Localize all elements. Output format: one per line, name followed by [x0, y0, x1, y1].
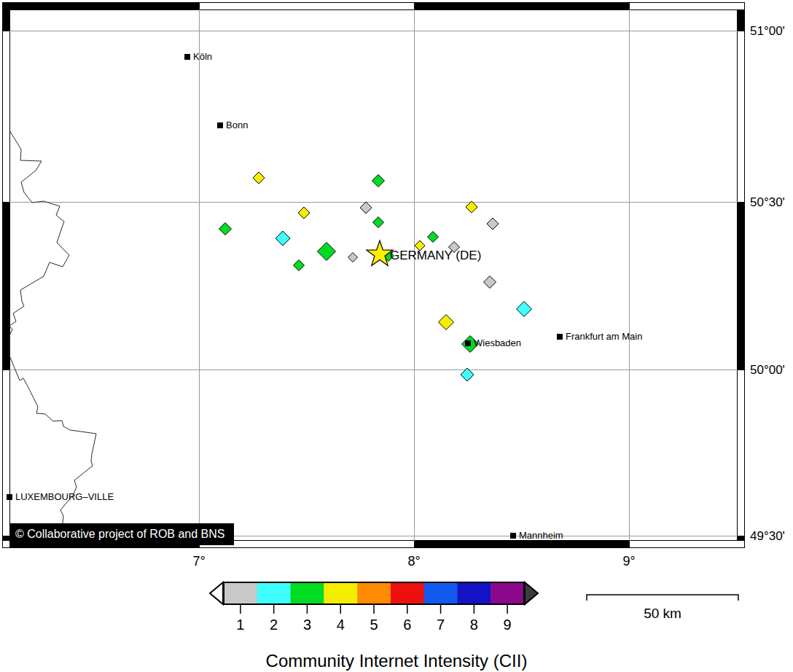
colorbar-right-arrow-icon: [525, 582, 538, 604]
colorbar-value: 3: [296, 617, 318, 633]
cii-marker-diamond: [360, 202, 372, 214]
colorbar-segment: [357, 582, 391, 604]
lat-label: 50°00': [750, 363, 785, 378]
city-square-icon: [465, 340, 471, 346]
city-label: Mannheim: [510, 531, 563, 540]
epicenter-label: GERMANY (DE): [390, 249, 481, 263]
city-name: Köln: [193, 51, 212, 62]
colorbar-segment: [257, 582, 291, 604]
copyright-text: © Collaborative project of ROB and BNS: [15, 528, 224, 541]
city-square-icon: [557, 334, 563, 340]
cii-marker-diamond: [517, 302, 532, 317]
colorbar-value: 7: [430, 617, 452, 633]
city-square-icon: [217, 122, 223, 128]
colorbar-value: 5: [363, 617, 385, 633]
cii-marker-diamond: [318, 243, 336, 261]
city-square-icon: [7, 494, 12, 500]
cii-marker-diamond: [428, 232, 439, 243]
epicenter-star: [367, 241, 393, 265]
colorbar-value: 2: [263, 617, 285, 633]
cii-marker-diamond: [276, 231, 290, 246]
city-label: Köln: [184, 52, 212, 61]
lat-label: 51°00': [750, 24, 785, 39]
city-name: Mannheim: [519, 530, 563, 541]
city-name: Wiesbaden: [474, 337, 521, 348]
cii-marker-diamond: [373, 217, 384, 228]
map-canvas: [0, 0, 793, 672]
colorbar-left-arrow-icon: [210, 582, 223, 604]
cii-marker-diamond: [372, 175, 385, 187]
frame-segment: [738, 536, 745, 541]
lon-label: 9°: [607, 554, 651, 569]
lat-label: 49°30': [750, 529, 785, 544]
city-name: LUXEMBOURG–VILLE: [15, 491, 114, 502]
frame-segment: [2, 2, 9, 31]
city-label: Bonn: [217, 120, 248, 130]
city-label: LUXEMBOURG–VILLE: [7, 492, 114, 501]
frame-segment: [738, 9, 745, 31]
cii-marker-diamond: [253, 172, 265, 184]
city-label: Frankfurt am Main: [557, 332, 642, 341]
cii-marker-diamond: [466, 201, 477, 213]
colorbar-value: 8: [463, 617, 485, 633]
colorbar-value: 6: [396, 617, 418, 633]
city-name: Frankfurt am Main: [566, 331, 642, 342]
frame-segment: [738, 202, 745, 370]
map-inner-frame: [10, 10, 738, 541]
cii-marker-diamond: [298, 207, 310, 219]
lat-label: 50°30': [750, 195, 785, 210]
cii-marker-diamond: [348, 253, 358, 262]
frame-segment: [2, 536, 9, 541]
frame-segment: [2, 2, 199, 9]
legend-title: Community Internet Intensity (CII): [0, 651, 793, 671]
city-square-icon: [510, 533, 516, 539]
lon-label: 7°: [177, 554, 221, 569]
colorbar-value: 9: [496, 617, 518, 633]
copyright-bar: © Collaborative project of ROB and BNS: [9, 523, 234, 545]
country-border-line: [9, 130, 96, 541]
frame-segment: [414, 541, 629, 548]
colorbar-segment: [224, 582, 257, 604]
colorbar-segment: [391, 582, 424, 604]
cii-marker-diamond: [487, 218, 499, 230]
scalebar-label: 50 km: [626, 606, 699, 622]
colorbar-segment: [491, 582, 524, 604]
colorbar-value: 4: [329, 617, 351, 633]
cii-marker-diamond: [294, 260, 305, 271]
colorbar-segment: [457, 582, 491, 604]
cii-marker-diamond: [219, 223, 232, 235]
map-outer-frame: [3, 3, 745, 548]
frame-segment: [2, 202, 9, 370]
distance-scalebar: [587, 595, 738, 601]
city-name: Bonn: [226, 120, 248, 130]
city-label: Wiesbaden: [465, 338, 521, 348]
frame-segment: [414, 2, 629, 9]
colorbar-segment: [424, 582, 458, 604]
colorbar-value: 1: [230, 617, 251, 633]
lon-label: 8°: [392, 554, 436, 569]
colorbar-segment: [291, 582, 324, 604]
cii-marker-diamond: [484, 276, 496, 289]
cii-marker-diamond: [439, 315, 454, 330]
city-square-icon: [184, 54, 190, 60]
cii-intensity-map-page: 7°8°9°51°00'50°30'50°00'49°30'KölnBonnWi…: [0, 0, 793, 672]
colorbar-segment: [324, 582, 357, 604]
